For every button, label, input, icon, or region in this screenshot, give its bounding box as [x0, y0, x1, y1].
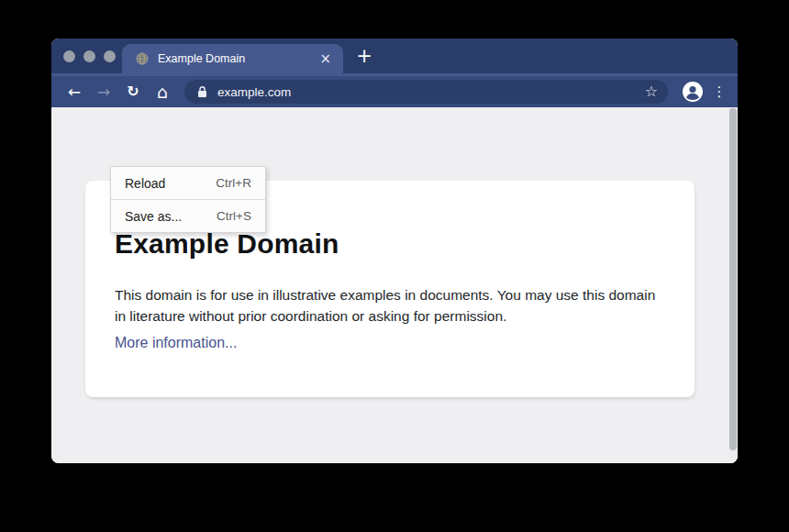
menu-item-reload[interactable]: Reload Ctrl+R: [111, 167, 265, 199]
page-heading: Example Domain: [115, 228, 339, 260]
screenshot-root: { "window": { "tab_strip": { "tab_title"…: [0, 0, 789, 532]
page-paragraph: This domain is for use in illustrative e…: [115, 284, 658, 327]
scrollbar-thumb[interactable]: [729, 108, 737, 450]
tab-example-domain[interactable]: Example Domain ×: [122, 44, 343, 73]
browser-toolbar: ← → ↻ ⌂ example.com ☆ ⋮: [51, 73, 738, 107]
tab-strip: Example Domain × +: [51, 39, 738, 73]
reload-icon[interactable]: ↻: [118, 84, 148, 99]
menu-item-label: Reload: [125, 176, 165, 191]
url-text[interactable]: example.com: [217, 85, 291, 99]
forward-icon[interactable]: →: [89, 84, 118, 100]
context-menu: Reload Ctrl+R Save as... Ctrl+S: [110, 166, 266, 233]
bookmark-star-icon[interactable]: ☆: [645, 84, 658, 99]
home-icon[interactable]: ⌂: [148, 83, 177, 101]
window-close-button[interactable]: [63, 50, 75, 62]
browser-window: Example Domain × + ← → ↻ ⌂ example.com ☆: [51, 39, 738, 463]
tab-close-icon[interactable]: ×: [319, 52, 331, 66]
scrollbar-track[interactable]: [728, 107, 738, 463]
window-minimize-button[interactable]: [83, 50, 95, 62]
tab-title: Example Domain: [158, 52, 319, 65]
menu-item-save-as[interactable]: Save as... Ctrl+S: [111, 199, 265, 232]
menu-item-label: Save as...: [125, 209, 182, 224]
globe-favicon-icon: [136, 52, 149, 65]
window-zoom-button[interactable]: [104, 50, 116, 62]
back-icon[interactable]: ←: [60, 84, 89, 100]
menu-item-shortcut: Ctrl+S: [217, 209, 251, 223]
window-controls: [63, 50, 116, 62]
address-bar[interactable]: example.com ☆: [184, 80, 668, 104]
page-viewport: Example Domain This domain is for use in…: [51, 107, 738, 463]
lock-icon: [197, 85, 207, 98]
more-information-link[interactable]: More information...: [115, 335, 237, 351]
overflow-menu-icon[interactable]: ⋮: [709, 85, 729, 99]
profile-avatar-icon[interactable]: [682, 81, 704, 103]
new-tab-button[interactable]: +: [350, 43, 378, 71]
menu-item-shortcut: Ctrl+R: [216, 176, 251, 190]
